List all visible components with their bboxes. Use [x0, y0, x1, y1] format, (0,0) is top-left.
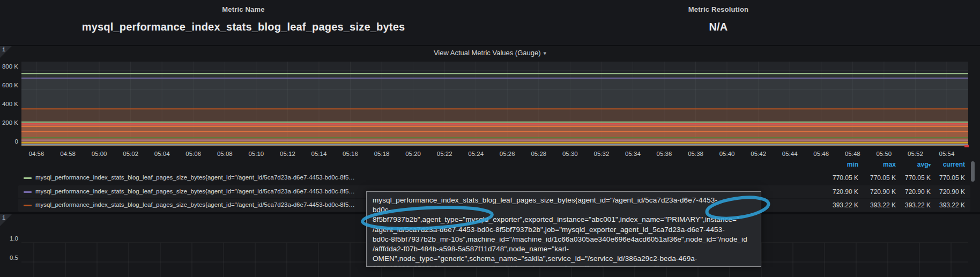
legend-column-current[interactable]: current [917, 161, 965, 169]
legend-value-current: 720.90 K [917, 188, 965, 197]
metric-name-value: mysql_performance_index_stats_blog_leaf_… [29, 21, 458, 33]
legend-series-label[interactable]: mysql_performance_index_stats_blog_leaf_… [35, 188, 357, 194]
gauge-values-panel: i View Actual Metric Values (Gauge)▾ 800… [0, 46, 980, 212]
legend-series-label[interactable]: mysql_performance_index_stats_blog_leaf_… [35, 201, 357, 208]
x-axis-tick-label: 05:40 [719, 151, 735, 157]
grafana-dashboard: Metric Name mysql_performance_index_stat… [0, 0, 980, 277]
x-axis-tick-label: 05:48 [845, 151, 860, 157]
x-axis-tick-label: 05:44 [782, 151, 798, 157]
series-color-swatch[interactable] [24, 177, 32, 179]
x-axis-tick-label: 05:10 [248, 151, 264, 157]
x-axis-tick-label: 04:58 [60, 151, 76, 157]
legend-value-current: 393.22 K [917, 201, 965, 210]
y-axis-tick-label: 200 K [0, 119, 18, 126]
x-axis-tick-label: 05:06 [185, 151, 201, 157]
legend-series-label[interactable]: mysql_performance_index_stats_blog_leaf_… [35, 174, 357, 181]
legend-row: mysql_performance_index_stats_blog_leaf_… [18, 171, 970, 184]
legend-value-current: 770.05 K [917, 174, 965, 183]
y-axis-tick-label: 600 K [0, 82, 18, 88]
x-axis-tick-label: 05:34 [625, 151, 641, 157]
x-axis-tick-label: 05:46 [813, 151, 829, 157]
legend-scrollbar[interactable] [971, 161, 975, 182]
x-axis-tick-label: 05:00 [92, 151, 107, 157]
x-axis-tick-label: 05:52 [908, 151, 923, 157]
y-axis-tick-label: 400 K [0, 101, 18, 107]
series-color-swatch[interactable] [24, 191, 32, 193]
x-axis-tick-label: 05:02 [123, 151, 138, 157]
x-axis-tick-label: 05:18 [374, 151, 390, 157]
series-color-swatch[interactable] [24, 205, 32, 206]
x-axis-tick-label: 05:42 [751, 151, 766, 157]
metrics-header: Metric Name mysql_performance_index_stat… [0, 0, 980, 45]
metric-resolution-label: Metric Resolution [504, 5, 933, 13]
y-axis-tick-label: 800 K [0, 63, 18, 70]
x-axis-tick-label: 05:08 [217, 151, 233, 157]
x-axis-tick-label: 05:26 [500, 151, 515, 157]
x-axis-tick-label: 05:50 [876, 151, 892, 157]
timeseries-chart[interactable] [0, 46, 980, 161]
x-axis-tick-label: 05:16 [343, 151, 358, 157]
alert-edge-marker [964, 145, 969, 147]
x-axis-tick-label: 05:38 [688, 151, 703, 157]
y-axis-tick-label: 0 [0, 138, 18, 145]
x-axis-tick-label: 04:56 [29, 151, 44, 157]
x-axis-tick-label: 05:28 [531, 151, 546, 157]
x-axis-tick-label: 05:14 [311, 151, 327, 157]
x-axis-tick-label: 05:04 [154, 151, 170, 157]
x-axis-tick-label: 05:20 [405, 151, 421, 157]
metric-name-column: Metric Name mysql_performance_index_stat… [29, 0, 458, 33]
x-axis-tick-label: 05:32 [594, 151, 610, 157]
x-axis-tick-label: 05:54 [939, 151, 955, 157]
metric-name-label: Metric Name [29, 5, 458, 13]
x-axis-tick-label: 05:24 [468, 151, 484, 157]
y-axis-tick-label: 1.0 [0, 235, 18, 242]
x-axis-tick-label: 05:22 [437, 151, 452, 157]
x-axis-tick-label: 05:12 [280, 151, 295, 157]
metric-resolution-column: Metric Resolution N/A [504, 0, 933, 33]
x-axis-tick-label: 05:36 [657, 151, 672, 157]
series-tooltip: mysql_performance_index_stats_blog_leaf_… [366, 191, 761, 267]
x-axis-tick-label: 05:30 [562, 151, 578, 157]
metric-resolution-value: N/A [504, 21, 933, 33]
y-axis-tick-label: 0.5 [0, 254, 18, 261]
